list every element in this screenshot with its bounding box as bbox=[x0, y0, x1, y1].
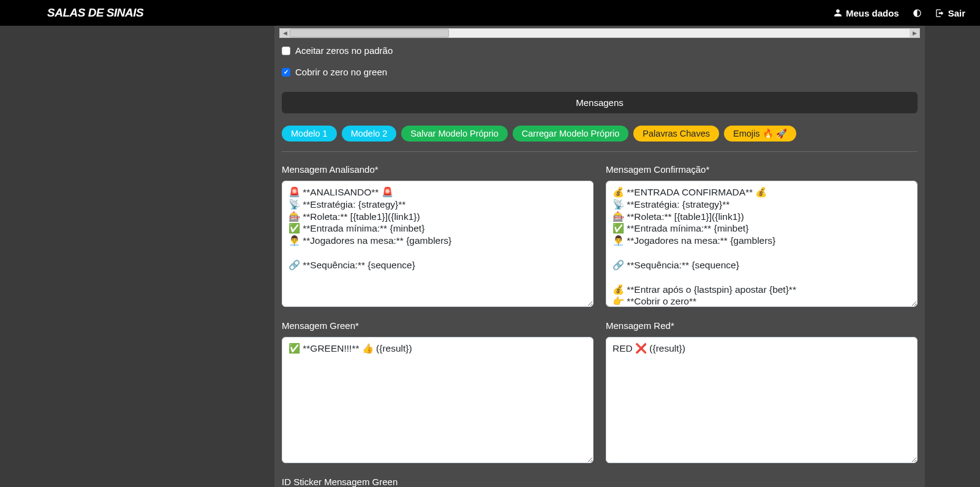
horizontal-scrollbar[interactable]: ◀ ▶ bbox=[279, 28, 920, 38]
aceitar-zeros-row: Aceitar zeros no padrão bbox=[282, 45, 920, 56]
carregar-modelo-button[interactable]: Carregar Modelo Próprio bbox=[513, 126, 629, 142]
pill-row: Modelo 1 Modelo 2 Salvar Modelo Próprio … bbox=[282, 126, 920, 142]
cobrir-zero-label: Cobrir o zero no green bbox=[295, 67, 387, 77]
divider bbox=[282, 151, 918, 152]
meus-dados-link[interactable]: Meus dados bbox=[834, 8, 899, 18]
cobrir-zero-checkbox[interactable] bbox=[282, 68, 290, 77]
sticker-green-field: ID Sticker Mensagem Green bbox=[282, 477, 918, 487]
sair-link[interactable]: Sair bbox=[935, 8, 965, 18]
sair-label: Sair bbox=[948, 8, 965, 18]
mensagem-red-input[interactable] bbox=[606, 337, 918, 463]
dark-mode-toggle[interactable] bbox=[913, 9, 922, 18]
topbar: SALAS DE SINAIS Meus dados Sair bbox=[0, 0, 980, 26]
mensagem-confirmacao-input[interactable] bbox=[606, 181, 918, 307]
emojis-button[interactable]: Emojis 🔥 🚀 bbox=[724, 126, 796, 142]
mensagem-confirmacao-label: Mensagem Confirmação* bbox=[606, 164, 918, 175]
user-icon bbox=[834, 9, 842, 17]
mensagem-analisando-input[interactable] bbox=[282, 181, 594, 307]
palavras-chaves-button[interactable]: Palavras Chaves bbox=[633, 126, 719, 142]
salvar-modelo-button[interactable]: Salvar Modelo Próprio bbox=[401, 126, 507, 142]
mensagens-section-title: Mensagens bbox=[282, 92, 918, 113]
mensagem-red-field: Mensagem Red* bbox=[606, 320, 918, 466]
aceitar-zeros-checkbox[interactable] bbox=[282, 47, 290, 55]
topbar-right: Meus dados Sair bbox=[834, 8, 965, 18]
scroll-right-arrow[interactable]: ▶ bbox=[910, 29, 919, 37]
aceitar-zeros-label: Aceitar zeros no padrão bbox=[295, 45, 393, 56]
left-gutter bbox=[0, 26, 55, 487]
mensagem-red-label: Mensagem Red* bbox=[606, 320, 918, 331]
brand-title: SALAS DE SINAIS bbox=[47, 6, 143, 20]
sticker-green-label: ID Sticker Mensagem Green bbox=[282, 477, 918, 487]
main-panel: ◀ ▶ Aceitar zeros no padrão Cobrir o zer… bbox=[274, 26, 925, 487]
scroll-thumb[interactable] bbox=[290, 29, 449, 37]
mensagem-analisando-label: Mensagem Analisando* bbox=[282, 164, 594, 175]
modelo1-button[interactable]: Modelo 1 bbox=[282, 126, 337, 142]
sign-out-icon bbox=[935, 9, 944, 18]
mensagem-analisando-field: Mensagem Analisando* bbox=[282, 164, 594, 309]
mensagem-green-field: Mensagem Green* bbox=[282, 320, 594, 466]
contrast-icon bbox=[913, 9, 922, 18]
cobrir-zero-row: Cobrir o zero no green bbox=[282, 67, 920, 77]
modelo2-button[interactable]: Modelo 2 bbox=[342, 126, 397, 142]
mensagem-green-label: Mensagem Green* bbox=[282, 320, 594, 331]
mensagem-green-input[interactable] bbox=[282, 337, 594, 463]
meus-dados-label: Meus dados bbox=[846, 8, 899, 18]
mensagem-confirmacao-field: Mensagem Confirmação* bbox=[606, 164, 918, 309]
scroll-left-arrow[interactable]: ◀ bbox=[280, 29, 290, 37]
